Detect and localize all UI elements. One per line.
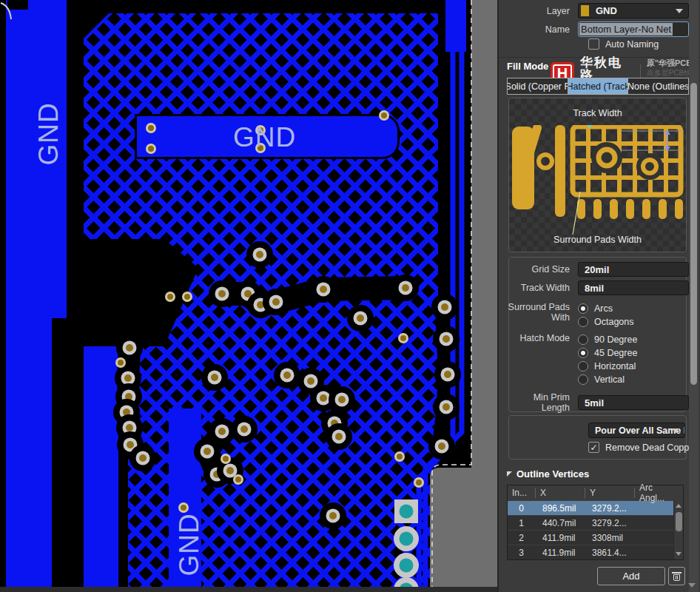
remove-dead-copper-row[interactable]: ✓ Remove Dead Copper — [588, 442, 697, 453]
pad[interactable] — [433, 326, 460, 352]
outline-vertices-header[interactable]: Outline Vertices — [507, 468, 589, 480]
vertices-column-header[interactable]: Arc Angl... — [634, 488, 674, 498]
scroll-up-icon[interactable] — [676, 504, 682, 508]
net-label-gnd-bottom: GND — [174, 513, 205, 576]
min-prim-length-input[interactable]: 5mil — [578, 395, 689, 410]
radio-icon[interactable] — [578, 374, 588, 385]
pad[interactable] — [398, 333, 408, 343]
pad[interactable] — [233, 474, 243, 485]
auto-naming-row[interactable]: Auto Naming — [588, 38, 659, 50]
vertices-column-header[interactable]: Y — [585, 488, 634, 498]
pad[interactable] — [310, 276, 337, 303]
pad[interactable] — [320, 502, 346, 529]
pad[interactable] — [146, 123, 156, 133]
vertices-column-header[interactable]: X — [535, 488, 585, 498]
pad[interactable] — [231, 416, 258, 443]
pad[interactable] — [392, 275, 419, 301]
radio-icon[interactable] — [578, 348, 588, 358]
delete-vertex-button[interactable] — [668, 567, 685, 585]
vertex-cell: 1 — [508, 518, 535, 528]
pad[interactable] — [146, 144, 156, 154]
radio-option[interactable]: 45 Degree — [578, 346, 689, 360]
layer-dropdown[interactable]: GND — [578, 3, 689, 18]
scrollbar-thumb[interactable] — [676, 512, 682, 531]
vertex-cell: 896.5mil — [535, 503, 585, 514]
vertices-table-header: In...XYArc Angl... — [508, 485, 683, 500]
pcb-canvas[interactable]: GND GND GND — [0, 0, 497, 592]
pad[interactable] — [431, 294, 458, 320]
min-prim-length-label: Min Prim Length — [507, 392, 578, 413]
auto-naming-label: Auto Naming — [605, 39, 659, 50]
vertices-column-header[interactable]: In... — [508, 488, 535, 498]
fill-mode-tab[interactable]: Hatched (Track — [568, 78, 629, 95]
pad[interactable] — [326, 423, 352, 450]
scroll-down-icon[interactable] — [688, 583, 696, 588]
pad[interactable] — [221, 454, 231, 464]
pour-over-dropdown[interactable]: Pour Over All Same N — [588, 423, 685, 438]
vertices-table: In...XYArc Angl... 0896.5mil3279.2...144… — [507, 485, 684, 560]
hatch-mode-label: Hatch Mode — [507, 333, 578, 343]
vertex-row[interactable]: 2411.9mil3308mil — [508, 530, 683, 545]
radio-option[interactable]: 90 Degree — [578, 333, 689, 346]
pad[interactable] — [165, 292, 175, 302]
vertex-row[interactable]: 1440.7mil3279.2... — [508, 515, 683, 530]
pad[interactable] — [178, 502, 189, 513]
vertices-table-scrollbar[interactable] — [673, 500, 683, 559]
pad[interactable] — [434, 361, 461, 388]
trash-icon — [673, 572, 681, 581]
pad[interactable] — [379, 110, 389, 121]
vertex-cell: 411.9mil — [535, 548, 585, 558]
radio-icon[interactable] — [578, 361, 588, 371]
fill-mode-tab[interactable]: Solid (Copper F — [507, 78, 568, 95]
scroll-down-icon[interactable] — [676, 552, 682, 556]
pad[interactable] — [428, 433, 455, 460]
pad[interactable] — [394, 553, 419, 578]
grid-size-input[interactable]: 20mil — [578, 262, 689, 277]
fill-mode-tab[interactable]: None (Outlines — [628, 78, 689, 95]
layer-color-swatch — [581, 5, 589, 16]
track-width-input[interactable]: 8mil — [578, 280, 689, 295]
name-label: Name — [507, 24, 578, 35]
vertex-cell: 411.9mil — [535, 533, 585, 543]
pad[interactable] — [274, 362, 300, 388]
pad[interactable] — [263, 289, 289, 315]
radio-label: 45 Degree — [594, 348, 637, 358]
radio-option[interactable]: Horizontal — [578, 360, 689, 373]
pad[interactable] — [182, 292, 192, 302]
vertex-row[interactable]: 3411.9mil3861.4... — [508, 545, 683, 559]
pad[interactable] — [433, 394, 460, 420]
radio-icon[interactable] — [578, 317, 588, 327]
radio-label: Horizontal — [594, 361, 636, 371]
pad[interactable] — [394, 526, 419, 551]
remove-dead-copper-checkbox[interactable]: ✓ — [588, 442, 599, 453]
surround-pads-with-label: Surround Pads With — [507, 302, 578, 323]
pour-over-value: Pour Over All Same N — [595, 426, 684, 436]
pad[interactable] — [329, 386, 355, 413]
panel-scrollbar-thumb[interactable] — [690, 83, 697, 385]
radio-icon[interactable] — [578, 334, 588, 345]
pad[interactable] — [394, 451, 405, 462]
pad[interactable] — [414, 477, 424, 488]
pad[interactable] — [201, 364, 228, 391]
pad[interactable] — [246, 241, 273, 268]
auto-naming-checkbox[interactable] — [588, 38, 599, 50]
pad[interactable] — [129, 445, 156, 471]
vertex-cell: 3 — [508, 548, 535, 558]
radio-option[interactable]: Vertical — [578, 373, 689, 386]
pad[interactable] — [115, 357, 126, 368]
name-value-selected: Bottom Layer-No Net — [579, 23, 673, 36]
pad[interactable] — [209, 280, 235, 307]
radio-icon[interactable] — [578, 303, 588, 314]
vertex-cell: 2 — [508, 533, 535, 543]
outline-vertices-title: Outline Vertices — [516, 468, 589, 480]
pad[interactable] — [394, 500, 418, 523]
net-label-gnd-band: GND — [233, 122, 296, 153]
pad[interactable] — [347, 305, 374, 332]
fill-mode-label: Fill Mode — [507, 61, 548, 72]
radio-option[interactable]: Arcs — [578, 302, 689, 315]
name-input[interactable]: Bottom Layer-No Net — [578, 21, 689, 37]
panel-scrollbar[interactable] — [689, 0, 699, 592]
radio-option[interactable]: Octagons — [578, 315, 689, 329]
net-label-gnd-left: GND — [33, 102, 64, 165]
add-vertex-button[interactable]: Add — [597, 567, 665, 585]
